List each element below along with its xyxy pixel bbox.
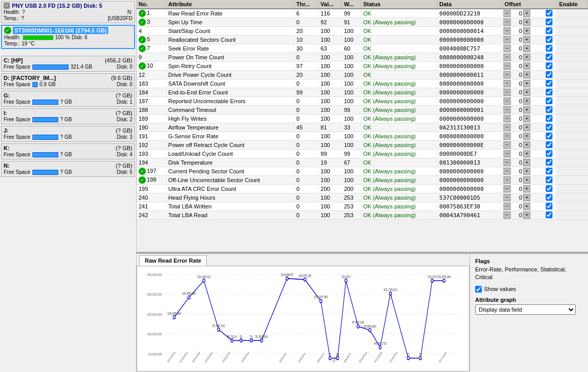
drive-item-d[interactable]: D: [FACTORY_IM...] (9.6 GB) Free Space 0… [1, 73, 135, 89]
offset-plus-button[interactable]: + [523, 10, 530, 17]
chart-tab-raw-read[interactable]: Raw Read Error Rate [139, 255, 207, 266]
table-row[interactable]: 187Reported Uncorrectable Errors0100100O… [137, 97, 588, 106]
offset-plus-button[interactable]: + [523, 176, 530, 184]
offset-minus-button[interactable]: − [503, 176, 511, 184]
table-row[interactable]: ✓1Raw Read Error Rate611699OK00000DD2321… [137, 9, 588, 18]
offset-plus-button[interactable]: + [523, 212, 530, 219]
offset-plus-button[interactable]: + [523, 71, 530, 78]
table-row[interactable]: 12Drive Power Cycle Count20100100OK00000… [137, 71, 588, 79]
cell-enable[interactable] [542, 97, 557, 105]
offset-minus-button[interactable]: − [503, 27, 511, 35]
offset-minus-button[interactable]: − [503, 203, 511, 210]
drive-item-k[interactable]: K: (? GB) Free Space ? GB Disk: 4 [1, 143, 135, 159]
drive-item-st3000[interactable]: ✓ ST3000DM001-1E6166 (2794.5 GB) Health:… [1, 25, 135, 49]
enable-checkbox[interactable] [546, 71, 552, 78]
enable-checkbox[interactable] [546, 194, 552, 201]
cell-enable[interactable] [542, 123, 557, 131]
table-row[interactable]: 192Power off Retract Cycle Count0100100O… [137, 141, 588, 150]
cell-enable[interactable] [542, 88, 557, 96]
cell-enable[interactable] [542, 167, 557, 175]
offset-plus-button[interactable]: + [523, 141, 530, 149]
drive-item-c[interactable]: C: [HP] (456.2 GB) Free Space 321.4 GB D… [1, 56, 135, 72]
enable-checkbox[interactable] [546, 159, 552, 166]
offset-plus-button[interactable]: + [523, 45, 530, 52]
drive-item-i[interactable]: I: (? GB) Free Space ? GB Disk: 2 [1, 108, 135, 124]
table-row[interactable]: ✓5Reallocated Sectors Count10100100OK000… [137, 36, 588, 44]
offset-minus-button[interactable]: − [503, 36, 511, 43]
cell-enable[interactable] [542, 115, 557, 122]
cell-enable[interactable] [542, 141, 557, 149]
offset-minus-button[interactable]: − [503, 159, 511, 166]
cell-enable[interactable] [542, 71, 557, 78]
offset-minus-button[interactable]: − [503, 98, 511, 105]
attributes-table-area[interactable]: No. Attribute Thr... Val... W... Status … [137, 0, 588, 253]
table-row[interactable]: 9Power On Time Count0100100OK (Always pa… [137, 53, 588, 62]
offset-minus-button[interactable]: − [503, 115, 511, 122]
enable-checkbox[interactable] [546, 106, 552, 113]
offset-minus-button[interactable]: − [503, 45, 511, 52]
cell-enable[interactable] [542, 53, 557, 61]
offset-plus-button[interactable]: + [523, 106, 530, 114]
enable-checkbox[interactable] [546, 27, 552, 34]
enable-checkbox[interactable] [546, 185, 552, 192]
enable-checkbox[interactable] [546, 98, 552, 104]
offset-minus-button[interactable]: − [503, 212, 511, 219]
enable-checkbox[interactable] [546, 212, 552, 218]
enable-checkbox[interactable] [546, 150, 552, 157]
enable-checkbox[interactable] [546, 133, 552, 139]
enable-checkbox[interactable] [546, 124, 552, 131]
table-row[interactable]: 183SATA Downshift Count0100100OK (Always… [137, 79, 588, 88]
table-row[interactable]: 188Command Timeout010099OK (Always passi… [137, 106, 588, 115]
offset-plus-button[interactable]: + [523, 27, 530, 35]
table-row[interactable]: ✓198Off-Line Uncorrectable Sector Count0… [137, 176, 588, 185]
offset-minus-button[interactable]: − [503, 71, 511, 78]
table-row[interactable]: 199Ultra ATA CRC Error Count0200200OK (A… [137, 185, 588, 193]
table-row[interactable]: 242Total LBA Read0100253OK (Always passi… [137, 211, 588, 220]
show-values-checkbox[interactable] [475, 286, 482, 293]
drive-item-n[interactable]: N: (? GB) Free Space ? GB Disk: 5 [1, 161, 135, 177]
enable-checkbox[interactable] [546, 62, 552, 69]
enable-checkbox[interactable] [546, 36, 552, 43]
drive-item-pny[interactable]: U PNY USB 2.0 FD (15.2 GB) Disk: 5 Healt… [1, 1, 135, 23]
offset-minus-button[interactable]: − [503, 133, 511, 140]
cell-enable[interactable] [542, 176, 557, 184]
cell-enable[interactable] [542, 44, 557, 52]
enable-checkbox[interactable] [546, 10, 552, 17]
enable-checkbox[interactable] [546, 141, 552, 148]
attr-graph-select[interactable]: Display data field Display value Display… [475, 304, 576, 315]
table-row[interactable]: 193Load/Unload Cycle Count09999OK (Alway… [137, 150, 588, 158]
cell-enable[interactable] [542, 185, 557, 192]
enable-checkbox[interactable] [546, 89, 552, 95]
offset-plus-button[interactable]: + [523, 89, 530, 96]
enable-checkbox[interactable] [546, 19, 552, 25]
cell-enable[interactable] [542, 158, 557, 166]
offset-minus-button[interactable]: − [503, 194, 511, 201]
offset-minus-button[interactable]: − [503, 141, 511, 149]
table-row[interactable]: 241Total LBA Written0100253OK (Always pa… [137, 202, 588, 211]
enable-checkbox[interactable] [546, 54, 552, 60]
offset-plus-button[interactable]: + [523, 98, 530, 105]
table-row[interactable]: ✓7Seek Error Rate306360OK0004008BC757−0+ [137, 44, 588, 53]
offset-plus-button[interactable]: + [523, 203, 530, 210]
cell-enable[interactable] [542, 132, 557, 140]
offset-plus-button[interactable]: + [523, 36, 530, 43]
offset-plus-button[interactable]: + [523, 62, 530, 70]
offset-plus-button[interactable]: + [523, 159, 530, 166]
drive-item-g[interactable]: G: (? GB) Free Space ? GB Disk: 1 [1, 91, 135, 107]
table-row[interactable]: ✓3Spin Up Time09291OK (Always passing)00… [137, 18, 588, 27]
offset-minus-button[interactable]: − [503, 106, 511, 114]
offset-minus-button[interactable]: − [503, 150, 511, 157]
cell-enable[interactable] [542, 62, 557, 70]
table-row[interactable]: 184End-to-End Error Count99100100OK (Alw… [137, 88, 588, 97]
offset-plus-button[interactable]: + [523, 168, 530, 175]
offset-minus-button[interactable]: − [503, 19, 511, 26]
drive-item-j[interactable]: J: (? GB) Free Space ? GB Disk: 3 [1, 126, 135, 142]
offset-plus-button[interactable]: + [523, 54, 530, 61]
offset-plus-button[interactable]: + [523, 19, 530, 26]
table-row[interactable]: 189High Fly Writes0100100OK (Always pass… [137, 115, 588, 123]
enable-checkbox[interactable] [546, 176, 552, 183]
enable-checkbox[interactable] [546, 45, 552, 52]
offset-minus-button[interactable]: − [503, 185, 511, 192]
table-row[interactable]: 194Disk Temperature01967OK001300000013−0… [137, 158, 588, 167]
table-row[interactable]: 190Airflow Temperature458133OK0A23131300… [137, 123, 588, 132]
